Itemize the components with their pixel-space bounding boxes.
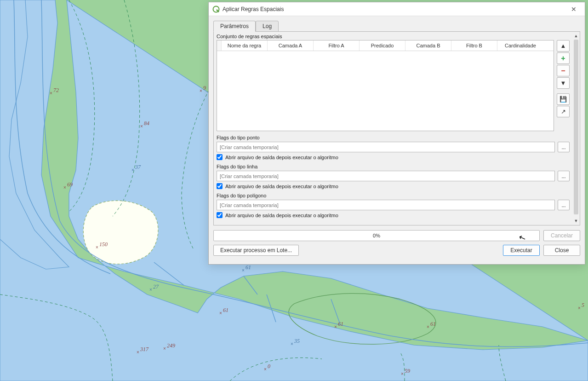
- svg-text:×: ×: [219, 311, 222, 316]
- th-filtro-a[interactable]: Filtro A: [314, 40, 360, 51]
- th-nome[interactable]: Nome da regra: [222, 40, 268, 51]
- progress-bar: 0%: [213, 230, 540, 241]
- elevation-label: 9: [203, 85, 206, 91]
- output-point-browse[interactable]: ...: [558, 142, 570, 152]
- rules-table[interactable]: Nome da regra Camada A Filtro A Predicad…: [217, 40, 554, 131]
- elevation-label: 5: [582, 302, 584, 308]
- tab-page-parametros: Conjunto de regras espaciais Nome da reg…: [213, 31, 580, 225]
- open-point-check-row[interactable]: Abrir arquivo de saída depois executar o…: [217, 154, 570, 160]
- run-button[interactable]: Executar: [503, 245, 540, 256]
- open-point-label: Abrir arquivo de saída depois executar o…: [225, 155, 338, 160]
- elevation-label: 61: [223, 307, 228, 313]
- th-cardinalidade[interactable]: Cardinalidade: [497, 40, 543, 51]
- label-flags-polygon: Flags do tipo polígono: [217, 193, 570, 198]
- cancel-button: Cancelar: [543, 230, 580, 241]
- elevation-label: 0: [268, 363, 270, 369]
- label-flags-point: Flags do tipo ponto: [217, 135, 570, 140]
- scroll-up-icon[interactable]: ▲: [573, 32, 579, 40]
- open-polygon-checkbox[interactable]: [217, 212, 223, 218]
- svg-text:×: ×: [50, 91, 52, 96]
- output-polygon-input[interactable]: [217, 200, 555, 210]
- titlebar[interactable]: Aplicar Regras Espaciais ✕: [209, 2, 585, 16]
- dialog-spatial-rules: Aplicar Regras Espaciais ✕ Parâmetros Lo…: [208, 2, 585, 265]
- svg-text:×: ×: [264, 367, 267, 372]
- open-line-check-row[interactable]: Abrir arquivo de saída depois executar o…: [217, 183, 570, 189]
- open-point-checkbox[interactable]: [217, 154, 223, 160]
- close-button[interactable]: Close: [543, 245, 580, 256]
- svg-text:×: ×: [427, 324, 429, 329]
- sand-area: [83, 201, 158, 264]
- open-line-checkbox[interactable]: [217, 183, 223, 189]
- elevation-label: 69: [67, 181, 73, 188]
- elevation-label: 72: [53, 87, 59, 93]
- import-icon: ↗: [561, 108, 566, 115]
- output-polygon-browse[interactable]: ...: [558, 200, 570, 210]
- label-rules-set: Conjunto de regras espaciais: [217, 34, 570, 39]
- remove-rule-button[interactable]: −: [557, 65, 570, 76]
- svg-text:×: ×: [131, 167, 134, 173]
- depth-label: 37: [135, 164, 141, 170]
- label-flags-line: Flags do tipo linha: [217, 164, 570, 169]
- open-line-label: Abrir arquivo de saída depois executar o…: [225, 184, 338, 189]
- depth-label: 35: [294, 338, 300, 344]
- svg-text:×: ×: [96, 245, 98, 250]
- svg-text:×: ×: [291, 341, 293, 346]
- open-polygon-label: Abrir arquivo de saída depois executar o…: [225, 213, 338, 218]
- save-rules-button[interactable]: 💾: [557, 93, 570, 105]
- tab-log[interactable]: Log: [256, 21, 279, 32]
- svg-text:×: ×: [140, 124, 143, 129]
- move-up-button[interactable]: ▲: [557, 40, 570, 52]
- qgis-icon: [212, 6, 220, 13]
- depth-label: 61: [245, 264, 251, 271]
- move-down-button[interactable]: ▼: [557, 77, 570, 89]
- scroll-down-icon[interactable]: ▼: [573, 217, 579, 225]
- elevation-label: 61: [338, 321, 343, 327]
- output-point-input[interactable]: [217, 142, 555, 152]
- rules-side-buttons: ▲ + − ▼ 💾 ↗: [557, 40, 570, 131]
- svg-text:×: ×: [63, 185, 66, 190]
- elevation-label: 84: [144, 120, 149, 127]
- svg-text:×: ×: [401, 371, 404, 376]
- tab-parametros[interactable]: Parâmetros: [213, 21, 256, 32]
- svg-text:×: ×: [149, 287, 152, 292]
- close-icon[interactable]: ✕: [565, 2, 583, 16]
- elevation-label: 59: [405, 368, 410, 374]
- th-predicado[interactable]: Predicado: [360, 40, 405, 51]
- svg-text:×: ×: [242, 268, 245, 273]
- elevation-label: 150: [99, 241, 108, 248]
- svg-text:×: ×: [200, 88, 202, 93]
- output-line-input[interactable]: [217, 171, 555, 181]
- import-rules-button[interactable]: ↗: [557, 106, 570, 117]
- output-line-browse[interactable]: ...: [558, 171, 570, 181]
- batch-button[interactable]: Executar processo em Lote...: [213, 245, 299, 256]
- svg-text:×: ×: [334, 324, 337, 329]
- th-filtro-b[interactable]: Filtro B: [451, 40, 497, 51]
- open-polygon-check-row[interactable]: Abrir arquivo de saída depois executar o…: [217, 212, 570, 218]
- tabs: Parâmetros Log: [209, 16, 585, 31]
- save-icon: 💾: [559, 96, 567, 103]
- svg-text:×: ×: [163, 346, 166, 351]
- svg-text:×: ×: [137, 350, 139, 355]
- elevation-label: 317: [140, 346, 149, 352]
- depth-label: 27: [153, 283, 159, 290]
- elevation-label: 61: [430, 321, 436, 327]
- svg-text:×: ×: [578, 306, 581, 311]
- th-camada-a[interactable]: Camada A: [268, 40, 314, 51]
- add-rule-button[interactable]: +: [557, 52, 570, 64]
- scroll-thumb[interactable]: [574, 40, 578, 214]
- params-scrollbar[interactable]: ▲ ▼: [573, 32, 579, 225]
- dialog-title: Aplicar Regras Espaciais: [223, 6, 565, 12]
- th-camada-b[interactable]: Camada B: [405, 40, 451, 51]
- elevation-label: 249: [167, 342, 175, 349]
